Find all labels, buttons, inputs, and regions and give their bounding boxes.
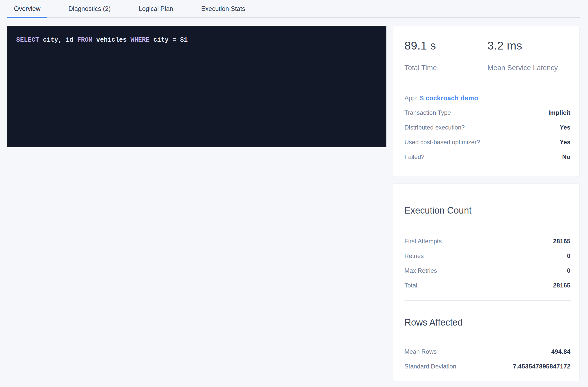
app-row: App: $ cockroach demo bbox=[404, 91, 570, 105]
mean-service-latency-value: 3.2 ms bbox=[487, 39, 570, 52]
app-label: App: bbox=[404, 94, 417, 102]
retries-label: Retries bbox=[404, 252, 424, 260]
summary-divider bbox=[404, 84, 570, 84]
total-value: 28165 bbox=[553, 282, 570, 289]
total-time-label: Total Time bbox=[404, 63, 487, 72]
summary-rows: App: $ cockroach demo Transaction Type I… bbox=[404, 91, 570, 164]
mean-rows-label: Mean Rows bbox=[404, 348, 437, 355]
sql-table: vehicles bbox=[92, 36, 130, 44]
tab-execution-stats-label: Execution Stats bbox=[201, 5, 245, 12]
sql-statement-box: SELECT city, id FROM vehicles WHERE city… bbox=[7, 26, 386, 147]
section-divider bbox=[404, 300, 570, 301]
max-retries-label: Max Retries bbox=[404, 267, 437, 274]
retries-value: 0 bbox=[567, 252, 570, 260]
mean-rows-row: Mean Rows 494.84 bbox=[404, 344, 570, 359]
distributed-execution-label: Distributed execution? bbox=[404, 124, 465, 131]
cost-based-optimizer-value: Yes bbox=[560, 139, 570, 146]
mean-rows-value: 494.84 bbox=[551, 348, 570, 355]
summary-card: 89.1 s Total Time 3.2 ms Mean Service La… bbox=[393, 26, 579, 176]
total-time-metric: 89.1 s Total Time bbox=[404, 39, 487, 72]
sql-keyword-where: WHERE bbox=[130, 36, 150, 44]
total-row: Total 28165 bbox=[404, 278, 570, 293]
tab-diagnostics[interactable]: Diagnostics (2) bbox=[61, 0, 118, 17]
summary-metrics: 89.1 s Total Time 3.2 ms Mean Service La… bbox=[404, 26, 570, 72]
tab-bar: Overview Diagnostics (2) Logical Plan Ex… bbox=[7, 0, 580, 18]
transaction-type-row: Transaction Type Implicit bbox=[404, 105, 570, 120]
distributed-execution-value: Yes bbox=[560, 124, 570, 131]
transaction-type-label: Transaction Type bbox=[404, 109, 451, 116]
app-link[interactable]: $ cockroach demo bbox=[420, 94, 478, 102]
failed-label: Failed? bbox=[404, 153, 424, 160]
sql-keyword-from: FROM bbox=[77, 36, 92, 44]
max-retries-value: 0 bbox=[567, 267, 570, 274]
tab-overview[interactable]: Overview bbox=[7, 0, 47, 17]
execution-count-title: Execution Count bbox=[404, 205, 570, 216]
tab-overview-label: Overview bbox=[14, 5, 40, 12]
rows-affected-title: Rows Affected bbox=[404, 317, 570, 328]
cost-based-optimizer-row: Used cost-based optimizer? Yes bbox=[404, 135, 570, 150]
sql-columns: city, id bbox=[39, 36, 77, 44]
cost-based-optimizer-label: Used cost-based optimizer? bbox=[404, 139, 480, 146]
mean-service-latency-label: Mean Service Latency bbox=[487, 63, 570, 72]
mean-service-latency-metric: 3.2 ms Mean Service Latency bbox=[487, 39, 570, 72]
standard-deviation-label: Standard Deviation bbox=[404, 363, 456, 370]
max-retries-row: Max Retries 0 bbox=[404, 263, 570, 278]
failed-value: No bbox=[562, 153, 570, 160]
standard-deviation-value: 7.453547895847172 bbox=[513, 363, 570, 370]
tab-logical-plan[interactable]: Logical Plan bbox=[132, 0, 180, 17]
tab-diagnostics-label: Diagnostics (2) bbox=[68, 5, 111, 12]
tab-logical-plan-label: Logical Plan bbox=[139, 5, 173, 12]
distributed-execution-row: Distributed execution? Yes bbox=[404, 120, 570, 135]
tab-execution-stats[interactable]: Execution Stats bbox=[194, 0, 252, 17]
total-label: Total bbox=[404, 282, 417, 289]
first-attempts-value: 28165 bbox=[553, 238, 570, 245]
total-time-value: 89.1 s bbox=[404, 39, 487, 52]
rows-affected-rows: Mean Rows 494.84 Standard Deviation 7.45… bbox=[404, 344, 570, 374]
transaction-type-value: Implicit bbox=[548, 109, 570, 116]
first-attempts-label: First Attempts bbox=[404, 238, 442, 245]
standard-deviation-row: Standard Deviation 7.453547895847172 bbox=[404, 359, 570, 374]
execution-count-rows: First Attempts 28165 Retries 0 Max Retri… bbox=[404, 234, 570, 293]
sql-statement: SELECT city, id FROM vehicles WHERE city… bbox=[16, 36, 377, 44]
first-attempts-row: First Attempts 28165 bbox=[404, 234, 570, 249]
sql-condition: city = $1 bbox=[150, 36, 188, 44]
failed-row: Failed? No bbox=[404, 150, 570, 164]
execution-stats-card: Execution Count First Attempts 28165 Ret… bbox=[393, 184, 579, 381]
sql-keyword-select: SELECT bbox=[16, 36, 39, 44]
retries-row: Retries 0 bbox=[404, 249, 570, 263]
